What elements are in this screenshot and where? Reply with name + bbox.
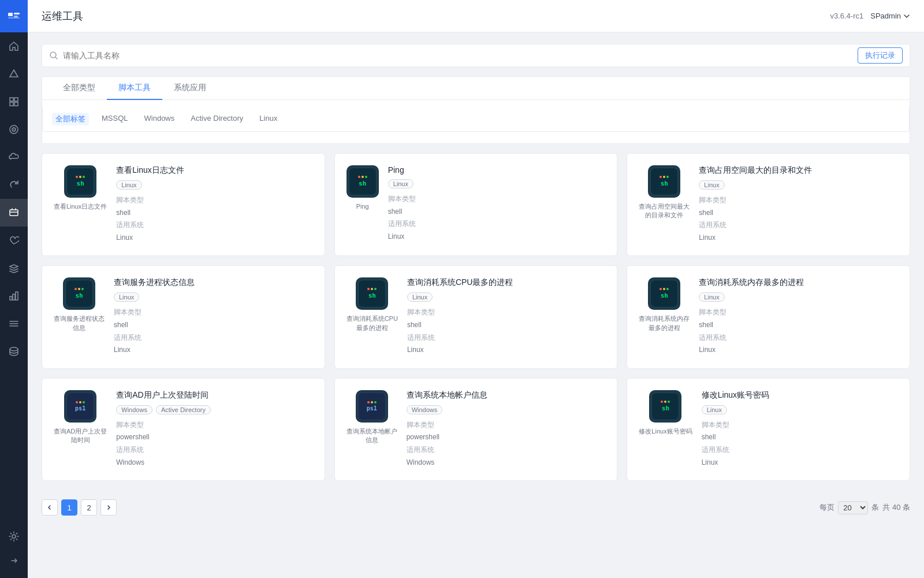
- page-2-button[interactable]: 2: [81, 499, 97, 516]
- sidebar-item-cloud[interactable]: [0, 143, 28, 171]
- card-icon: ps1: [356, 390, 388, 423]
- user-menu[interactable]: SPadmin: [870, 12, 910, 20]
- svg-rect-6: [10, 98, 13, 101]
- card-bottom-name: 查询消耗系统内存最多的进程: [639, 314, 690, 332]
- sidebar-item-grid[interactable]: [0, 88, 28, 116]
- terminal-icon: sh: [650, 280, 678, 307]
- sidebar-item-home[interactable]: [0, 32, 28, 60]
- topbar-right: v3.6.4-rc1 SPadmin: [830, 12, 910, 20]
- sidebar-item-target[interactable]: [0, 116, 28, 143]
- card-icon: sh: [649, 390, 681, 423]
- search-input[interactable]: [63, 51, 858, 60]
- card-icon-section: ps1 查询AD用户上次登陆时间: [54, 390, 107, 469]
- tab-all-types[interactable]: 全部类型: [51, 77, 107, 100]
- card-ping[interactable]: sh Ping Ping Linux 脚本类型 shell 适: [334, 153, 618, 256]
- tag-all[interactable]: 全部标签: [52, 113, 89, 125]
- card-tag-linux: Linux: [699, 180, 724, 190]
- card-ad-last-login[interactable]: ps1 查询AD用户上次登陆时间 查询AD用户上次登陆时间 Windows Ac…: [42, 378, 325, 481]
- sidebar-item-monitor[interactable]: [0, 60, 28, 88]
- card-info: Ping Linux 脚本类型 shell 适用系统 Linux: [388, 165, 606, 244]
- card-meta: 脚本类型 powershell 适用系统 Windows: [407, 419, 606, 469]
- card-bottom-name: 查询系统本地帐户信息: [346, 427, 397, 445]
- dot-yellow: [663, 288, 665, 290]
- dot-red: [358, 176, 360, 178]
- sidebar-item-tools[interactable]: [0, 199, 28, 227]
- card-icon: sh: [63, 277, 95, 310]
- card-info: 查询服务进程状态信息 Linux 脚本类型 shell 适用系统 Linux: [114, 277, 313, 356]
- page-next-button[interactable]: [100, 499, 117, 516]
- sidebar-expand-button[interactable]: [0, 550, 28, 571]
- dot-yellow: [663, 176, 665, 178]
- card-icon-section: ps1 查询系统本地帐户信息: [346, 390, 397, 469]
- sidebar-item-storage[interactable]: [0, 338, 28, 365]
- dot-green: [374, 288, 377, 290]
- tag-windows[interactable]: Windows: [141, 113, 178, 125]
- card-local-users[interactable]: ps1 查询系统本地帐户信息 查询系统本地帐户信息 Windows 脚本类型 p…: [334, 378, 618, 481]
- exec-record-button[interactable]: 执行记录: [858, 47, 903, 64]
- card-icon: sh: [64, 165, 96, 198]
- dot-green: [83, 401, 85, 403]
- terminal-icon: sh: [358, 280, 386, 307]
- terminal-icon: sh: [651, 392, 679, 420]
- card-tag-ad: Active Directory: [156, 405, 211, 414]
- tag-linux[interactable]: Linux: [256, 113, 281, 125]
- sidebar-item-refresh[interactable]: [0, 171, 28, 199]
- chevron-down-icon: [903, 13, 910, 20]
- card-info: 查看Linux日志文件 Linux 脚本类型 shell 适用系统 Linux: [116, 165, 312, 244]
- icon-label: sh: [661, 292, 668, 299]
- card-bottom-name: Ping: [356, 202, 369, 211]
- sidebar-item-settings[interactable]: [0, 523, 28, 550]
- count-label: 条: [871, 502, 879, 513]
- svg-rect-4: [8, 17, 20, 18]
- terminal-dots: [76, 176, 85, 178]
- card-view-linux-logs[interactable]: sh 查看Linux日志文件 查看Linux日志文件 Linux 脚本类型 sh…: [42, 153, 325, 256]
- dot-yellow: [79, 401, 81, 403]
- terminal-icon: sh: [650, 168, 678, 195]
- card-icon: sh: [356, 277, 388, 310]
- sidebar-item-heart[interactable]: [0, 227, 28, 254]
- page-1-button[interactable]: 1: [61, 499, 77, 516]
- tab-sys-apps[interactable]: 系统应用: [162, 77, 218, 100]
- dot-green: [374, 401, 377, 403]
- page-size-select[interactable]: 20 50 100: [838, 501, 868, 514]
- page-prev-button[interactable]: [42, 499, 58, 516]
- card-service-status[interactable]: sh 查询服务进程状态信息 查询服务进程状态信息 Linux 脚本类型 shel…: [42, 265, 325, 368]
- icon-label: ps1: [367, 405, 377, 412]
- svg-point-12: [13, 129, 14, 130]
- sidebar-item-list[interactable]: [0, 310, 28, 338]
- svg-rect-7: [14, 98, 18, 101]
- card-tags: Linux: [699, 180, 898, 190]
- card-title: 修改Linux账号密码: [702, 390, 898, 401]
- terminal-icon: sh: [65, 280, 93, 307]
- dot-red: [76, 176, 78, 178]
- terminal-dots: [358, 176, 367, 178]
- tab-script-tools[interactable]: 脚本工具: [107, 77, 162, 100]
- card-tags: Linux: [116, 180, 312, 190]
- card-change-password[interactable]: sh 修改Linux账号密码 修改Linux账号密码 Linux 脚本类型 sh…: [627, 378, 910, 481]
- dot-green: [668, 401, 670, 403]
- tag-active-directory[interactable]: Active Directory: [187, 113, 247, 125]
- card-title: 查询消耗系统CPU最多的进程: [407, 277, 605, 288]
- sidebar-item-layers[interactable]: [0, 254, 28, 282]
- svg-rect-1: [8, 13, 13, 16]
- card-bottom-name: 查询AD用户上次登陆时间: [54, 427, 107, 445]
- card-meta: 脚本类型 powershell 适用系统 Windows: [116, 419, 312, 469]
- dot-red: [367, 288, 370, 290]
- tag-mssql[interactable]: MSSQL: [98, 113, 132, 125]
- tags-row: 全部标签 MSSQL Windows Active Directory Linu…: [42, 107, 910, 132]
- tabs-container: 全部类型 脚本工具 系统应用 全部标签 MSSQL Windows Active…: [42, 76, 910, 144]
- card-icon: sh: [648, 165, 680, 198]
- terminal-dots: [367, 288, 377, 290]
- card-tags: Linux: [702, 405, 898, 414]
- card-cpu-top[interactable]: sh 查询消耗系统CPU最多的进程 查询消耗系统CPU最多的进程 Linux 脚…: [334, 265, 618, 368]
- dot-red: [74, 288, 77, 290]
- total-label: 共 40 条: [882, 502, 910, 513]
- dot-green: [365, 176, 367, 178]
- sidebar-item-chart[interactable]: [0, 282, 28, 310]
- svg-point-20: [10, 347, 18, 351]
- card-mem-top[interactable]: sh 查询消耗系统内存最多的进程 查询消耗系统内存最多的进程 Linux 脚本类…: [627, 265, 910, 368]
- cards-grid-wrapper: sh 查看Linux日志文件 查看Linux日志文件 Linux 脚本类型 sh…: [42, 153, 910, 481]
- username-label: SPadmin: [870, 12, 901, 20]
- svg-rect-2: [14, 13, 20, 14]
- card-disk-usage[interactable]: sh 查询占用空间最大的目录和文件 查询占用空间最大的目录和文件 Linux 脚…: [627, 153, 910, 256]
